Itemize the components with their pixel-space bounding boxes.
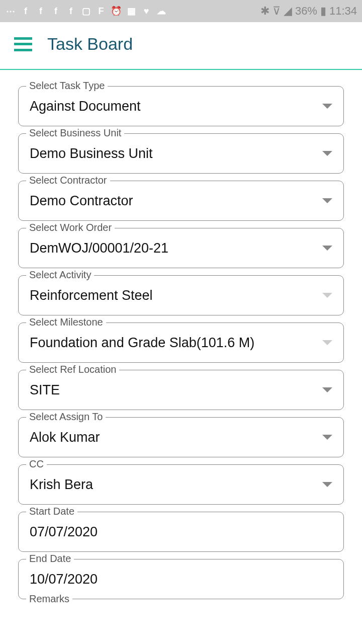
clock-time: 11:34	[329, 5, 357, 18]
start-date-value: 07/07/2020	[30, 524, 98, 540]
heart-icon: ♥	[141, 6, 152, 17]
chevron-down-icon	[322, 198, 332, 203]
facebook-icon: f	[65, 6, 76, 17]
chevron-down-icon	[322, 104, 332, 109]
assign-to-field: Select Assign To Alok Kumar	[18, 417, 344, 457]
business-unit-value: Demo Business Unit	[30, 146, 153, 162]
chevron-down-icon	[322, 435, 332, 440]
work-order-field: Select Work Order DemWOJ/00001/20-21	[18, 228, 344, 268]
ref-location-value: SITE	[30, 382, 60, 398]
cc-label: CC	[26, 458, 47, 470]
status-left-icons: ⋯ f f f f ▢ F ⏰ ▦ ♥ ☁	[5, 6, 167, 17]
activity-select[interactable]: Reinforcement Steel	[18, 275, 344, 315]
milestone-label: Select Milestone	[26, 316, 106, 328]
chevron-down-icon	[322, 340, 332, 345]
ref-location-select[interactable]: SITE	[18, 370, 344, 410]
milestone-value: Foundation and Grade Slab(101.6 M)	[30, 335, 254, 351]
battery-percent: 36%	[295, 5, 317, 18]
start-date-label: Start Date	[26, 506, 77, 517]
contractor-select[interactable]: Demo Contractor	[18, 181, 344, 221]
calendar-icon: ▦	[126, 6, 137, 17]
task-type-select[interactable]: Against Document	[18, 86, 344, 126]
status-right-icons: ✱ ⊽ ◢ 36% ▮ 11:34	[260, 5, 357, 18]
flipboard-icon: F	[96, 6, 107, 17]
work-order-label: Select Work Order	[26, 222, 115, 233]
milestone-select[interactable]: Foundation and Grade Slab(101.6 M)	[18, 323, 344, 363]
activity-label: Select Activity	[26, 269, 94, 281]
work-order-value: DemWOJ/00001/20-21	[30, 240, 168, 256]
ref-location-field: Select Ref Location SITE	[18, 370, 344, 410]
work-order-select[interactable]: DemWOJ/00001/20-21	[18, 228, 344, 268]
contractor-value: Demo Contractor	[30, 193, 133, 209]
ref-location-label: Select Ref Location	[26, 364, 119, 375]
facebook-icon: f	[20, 6, 31, 17]
battery-icon: ▮	[320, 5, 326, 18]
bluetooth-icon: ✱	[260, 5, 269, 18]
start-date-field: Start Date 07/07/2020	[18, 512, 344, 552]
cloud-icon: ☁	[156, 6, 167, 17]
page-title: Task Board	[47, 34, 133, 54]
task-type-value: Against Document	[30, 99, 141, 114]
activity-value: Reinforcement Steel	[30, 288, 153, 303]
assign-to-label: Select Assign To	[26, 411, 106, 423]
end-date-label: End Date	[26, 553, 74, 565]
image-icon: ▢	[80, 6, 92, 17]
status-bar: ⋯ f f f f ▢ F ⏰ ▦ ♥ ☁ ✱ ⊽ ◢ 36% ▮ 11:34	[0, 0, 362, 22]
cc-value: Krish Bera	[30, 477, 93, 493]
chevron-down-icon	[322, 151, 332, 156]
facebook-icon: f	[35, 6, 46, 17]
cc-select[interactable]: Krish Bera	[18, 464, 344, 505]
notification-dots-icon: ⋯	[5, 6, 16, 17]
end-date-value: 10/07/2020	[30, 572, 98, 587]
contractor-field: Select Contractor Demo Contractor	[18, 181, 344, 221]
milestone-field: Select Milestone Foundation and Grade Sl…	[18, 323, 344, 363]
start-date-input[interactable]: 07/07/2020	[18, 512, 344, 552]
business-unit-field: Select Business Unit Demo Business Unit	[18, 133, 344, 174]
signal-icon: ◢	[284, 5, 292, 18]
chevron-down-icon	[322, 293, 332, 298]
remarks-label: Remarks	[26, 593, 72, 605]
task-type-field: Select Task Type Against Document	[18, 86, 344, 126]
cc-field: CC Krish Bera	[18, 464, 344, 505]
chevron-down-icon	[322, 482, 332, 487]
contractor-label: Select Contractor	[26, 175, 110, 186]
wifi-icon: ⊽	[273, 5, 281, 18]
chevron-down-icon	[322, 387, 332, 392]
task-form: Select Task Type Against Document Select…	[0, 70, 362, 599]
app-header: Task Board	[0, 22, 362, 69]
alarm-icon: ⏰	[111, 6, 122, 17]
business-unit-select[interactable]: Demo Business Unit	[18, 133, 344, 174]
business-unit-label: Select Business Unit	[26, 127, 124, 139]
activity-field: Select Activity Reinforcement Steel	[18, 275, 344, 315]
assign-to-select[interactable]: Alok Kumar	[18, 417, 344, 457]
menu-icon[interactable]	[14, 37, 32, 51]
task-type-label: Select Task Type	[26, 80, 108, 92]
chevron-down-icon	[322, 246, 332, 251]
assign-to-value: Alok Kumar	[30, 430, 100, 445]
facebook-icon: f	[50, 6, 61, 17]
